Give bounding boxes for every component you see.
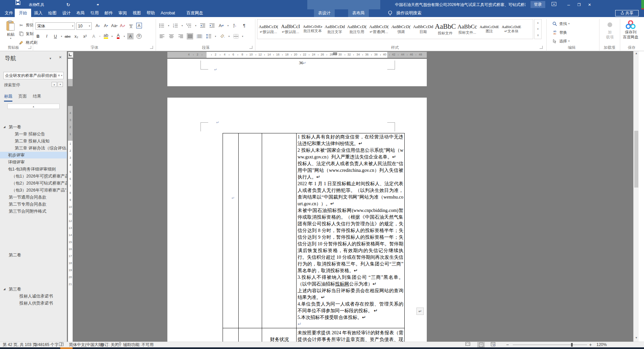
scrollbar-thumb[interactable]	[634, 131, 638, 188]
nav-heading[interactable]: 第三节合同附件格式	[0, 208, 67, 215]
page-indicator[interactable]: 第 42 页, 共 103 页	[3, 342, 36, 347]
document-page-2[interactable]: ↵ ↵ 1 投标人具有良好的商业信誉，在经营活动中无违法违纪和重大法律纠纷情况。…	[167, 98, 427, 342]
nav-tab-results[interactable]: 结果	[33, 94, 41, 99]
nav-heading[interactable]: 第一节通用合同条款	[0, 194, 67, 201]
search-prev-icon[interactable]: ▴	[52, 82, 57, 87]
tab-table-layout[interactable]: 表布局	[348, 9, 369, 17]
nav-heading-active[interactable]: 初步评审	[0, 152, 67, 158]
gallery-up-icon[interactable]: ▴	[537, 21, 539, 24]
align-left-icon[interactable]	[159, 33, 165, 39]
zoom-percentage[interactable]: 120%	[596, 342, 607, 347]
chevron-down-icon[interactable]: ▾	[61, 35, 62, 38]
style-item[interactable]: AaBbCcD(强调	[390, 20, 412, 38]
numbered-list-icon[interactable]: 123	[172, 22, 179, 29]
read-mode-icon[interactable]	[465, 342, 470, 347]
print-layout-icon[interactable]	[477, 342, 485, 347]
expand-arrow-icon[interactable]: ◢	[3, 286, 5, 293]
font-color-icon[interactable]: A	[115, 33, 122, 39]
document-table[interactable]: ↵ 1 投标人具有良好的商业信誉，在经营活动中无违法违纪和重大法律纠纷情况。↵ …	[223, 133, 405, 342]
nav-heading[interactable]: 第二卷	[0, 252, 67, 258]
zoom-in-button[interactable]: +	[589, 342, 592, 347]
nav-search-box[interactable]: 企业研发的桥塞产品获得的新产 × ▾	[3, 72, 64, 79]
nav-search-input[interactable]: 企业研发的桥塞产品获得的新产	[4, 73, 57, 79]
search-options-chevron-icon[interactable]: ▾	[61, 74, 63, 77]
show-marks-icon[interactable]: ¶	[241, 22, 247, 29]
line-spacing-icon[interactable]	[206, 33, 212, 39]
find-button[interactable]: 查找▾	[552, 20, 570, 27]
tab-baidu-netdisk[interactable]: 百度网盘	[182, 9, 207, 17]
style-item[interactable]: AaBbCcDd批注文字	[324, 20, 346, 38]
vertical-scrollbar[interactable]: ▲ ▼	[633, 51, 639, 342]
italic-icon[interactable]: I	[44, 33, 50, 39]
word-count[interactable]: 3/48165 个字	[35, 342, 59, 347]
clear-formatting-icon[interactable]: A	[119, 22, 126, 29]
bold-icon[interactable]: B	[35, 33, 41, 39]
horizontal-ruler[interactable]: 4224681012141618202224262830323436384042…	[167, 52, 427, 58]
nav-jump-top-button[interactable]: ▲	[7, 104, 60, 109]
style-item[interactable]: AaBbC投标文件	[434, 20, 456, 38]
bullet-list-icon[interactable]	[159, 22, 165, 29]
scroll-down-icon[interactable]: ▼	[634, 336, 639, 339]
accessibility-status[interactable]: 辅助功能: 不可用	[123, 342, 154, 347]
copy-button[interactable]: 复制	[18, 30, 33, 37]
nav-heading[interactable]: 第三章 评标办法（综合评估...	[0, 145, 67, 151]
borders-icon[interactable]	[233, 33, 239, 39]
superscript-icon[interactable]: x²	[82, 33, 88, 39]
tab-home[interactable]: 开始	[15, 9, 31, 17]
nav-close-icon[interactable]: ×	[59, 54, 62, 60]
styles-gallery-scroll[interactable]: ▴ ▾ ⊽	[534, 19, 542, 39]
styles-dialog-launcher[interactable]	[540, 46, 543, 49]
style-item[interactable]: AaBbCcDd日期	[412, 20, 434, 38]
nav-heading[interactable]: （包2）2026年可钻式桥塞产品...	[0, 180, 67, 187]
shading-bucket-icon[interactable]	[219, 33, 226, 39]
font-family-combo[interactable]: 宋体▾	[35, 22, 75, 30]
style-item[interactable]: AaBbCcI↵默认段...	[279, 20, 302, 38]
nav-heading[interactable]: ◢第三卷	[0, 286, 67, 293]
nav-heading[interactable]: 投标人诚信承诺书	[0, 293, 67, 300]
nav-tab-headings[interactable]: 标题	[4, 94, 12, 102]
multilevel-list-icon[interactable]	[186, 22, 192, 29]
scroll-up-icon[interactable]: ▲	[634, 52, 639, 55]
style-item[interactable]: AaBbCcDdE↵文本块	[500, 20, 522, 38]
asian-layout-icon[interactable]: A⇄	[218, 22, 225, 29]
align-center-icon[interactable]	[168, 33, 174, 39]
underline-icon[interactable]: U	[52, 33, 59, 39]
vertical-ruler[interactable]: 4321123456789101112131415161718192021	[68, 59, 73, 338]
language-indicator[interactable]: 简体中文(中国大陆)	[69, 342, 104, 347]
grow-font-icon[interactable]: A▴	[94, 22, 101, 29]
paragraph-dialog-launcher[interactable]	[249, 46, 252, 49]
font-dialog-launcher[interactable]	[150, 46, 153, 49]
cut-button[interactable]: ✂剪切	[18, 22, 33, 28]
select-button[interactable]: 选择▾	[552, 38, 570, 44]
decrease-indent-icon[interactable]	[199, 22, 206, 29]
close-button[interactable]: ×	[588, 0, 591, 9]
nav-heading[interactable]: 第二节专用合同条款	[0, 201, 67, 208]
proofing-icon[interactable]	[59, 342, 64, 347]
table-cell-criteria[interactable]: 1 投标人具有良好的商业信誉，在经营活动中无违法违纪和重大法律纠纷情况。↵ 2 …	[298, 134, 403, 328]
nav-options-chevron-icon[interactable]: ▾	[50, 56, 51, 60]
style-item[interactable]: AaBbCcD(批注引用	[346, 20, 368, 38]
accessibility-icon[interactable]	[118, 342, 122, 347]
format-painter-button[interactable]: 格式刷	[18, 39, 37, 46]
floating-options-button[interactable]: ↵	[416, 308, 424, 315]
replace-button[interactable]: abac替换	[552, 29, 567, 36]
ribbon-display-options-icon[interactable]: ▴	[552, 2, 556, 6]
justify-icon[interactable]	[187, 33, 193, 39]
table-cell-row2-text[interactable]: 未按照要求提供 2024 年有效经审计的财务报表（需提供会计师事务所审计盖章页面…	[298, 330, 403, 342]
zoom-slider-thumb[interactable]	[571, 343, 573, 347]
clipboard-dialog-launcher[interactable]	[28, 46, 31, 49]
text-effects-icon[interactable]: A	[91, 33, 97, 39]
enclose-characters-icon[interactable]: 字	[136, 33, 142, 39]
table-cell-row2-label[interactable]: 财务状况	[264, 336, 295, 342]
gallery-more-icon[interactable]: ⊽	[537, 34, 539, 37]
phonetic-guide-icon[interactable]: wén文	[128, 22, 134, 29]
zoom-out-button[interactable]: −	[506, 342, 509, 347]
zoom-slider-track[interactable]	[513, 345, 587, 345]
nav-heading[interactable]: 第二章 投标人须知	[0, 138, 67, 144]
change-case-icon[interactable]: Aa▾	[111, 22, 117, 29]
font-size-combo[interactable]: 10▾	[76, 22, 92, 30]
sort-ic on[interactable]: AZ↓	[232, 22, 238, 29]
qat-customize-icon[interactable]: ▾̶	[97, 0, 99, 9]
share-button[interactable]: 共享	[615, 10, 639, 16]
minimize-button[interactable]: –	[567, 0, 570, 9]
